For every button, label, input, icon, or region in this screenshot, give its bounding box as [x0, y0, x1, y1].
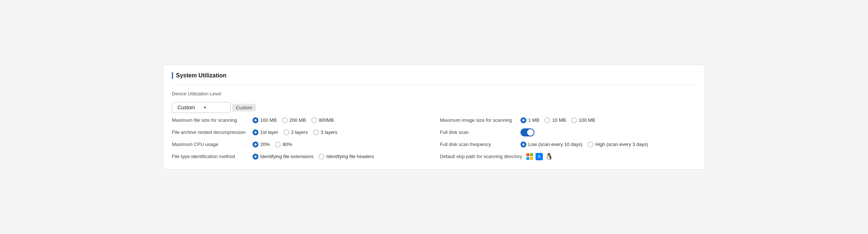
method-headers[interactable]: Identifying file headers	[319, 154, 374, 160]
max-image-size-options: 1 MB 10 MB 100 MB	[521, 117, 595, 123]
radio-unselected-icon	[319, 154, 324, 160]
radio-unselected-icon	[275, 142, 281, 147]
skip-path-label: Default skip path for scanning directory	[440, 154, 522, 159]
svg-rect-0	[526, 153, 529, 156]
file-type-method-options: Identifying file extensions Identifying …	[253, 154, 374, 160]
radio-selected-icon	[521, 117, 526, 123]
os-icons-group: A 🐧	[526, 153, 553, 161]
freq-high[interactable]: High (scan every 3 days)	[588, 142, 648, 147]
divider	[172, 85, 696, 85]
full-disk-freq-options: Low (scan every 10 days) High (scan ever…	[521, 142, 648, 147]
radio-unselected-icon	[588, 142, 593, 147]
linux-icon: 🐧	[545, 153, 553, 161]
max-file-size-label: Maximum file size for scanning	[172, 117, 249, 123]
archive-3-layers[interactable]: 3 layers	[313, 129, 338, 135]
chevron-down-icon: ▾	[204, 105, 206, 110]
device-level-label: Device Utilization Level	[172, 91, 696, 96]
max-image-size-row: Maximum image size for scanning 1 MB 10 …	[440, 117, 696, 123]
svg-rect-1	[530, 153, 533, 156]
cpu-80pct[interactable]: 80%	[275, 142, 292, 147]
radio-unselected-icon	[571, 117, 577, 123]
file-archive-label: File archive nested decompression	[172, 129, 249, 135]
file-archive-row: File archive nested decompression 1st la…	[172, 128, 428, 136]
file-size-200mb[interactable]: 200 MB	[282, 117, 306, 123]
full-disk-scan-toggle[interactable]	[521, 128, 534, 136]
full-disk-freq-label: Full disk scan frequency	[440, 142, 517, 147]
file-archive-options: 1st layer 2 layers 3 layers	[253, 129, 337, 135]
file-size-100mb[interactable]: 100 MB	[253, 117, 277, 123]
method-extensions[interactable]: Identifying file extensions	[253, 154, 313, 160]
section-title: System Utilization	[172, 72, 696, 79]
file-type-method-label: File type identification method	[172, 154, 249, 159]
toggle-thumb	[527, 129, 534, 136]
max-cpu-label: Maximum CPU usage	[172, 142, 249, 147]
radio-unselected-icon	[283, 129, 289, 135]
radio-selected-icon	[253, 142, 258, 147]
radio-selected-icon	[521, 142, 526, 147]
max-file-size-row: Maximum file size for scanning 100 MB 20…	[172, 117, 428, 123]
radio-unselected-icon	[311, 117, 317, 123]
device-level-dropdown[interactable]: Custom ▾	[172, 102, 231, 113]
archive-1st-layer[interactable]: 1st layer	[253, 129, 278, 135]
freq-low[interactable]: Low (scan every 10 days)	[521, 142, 582, 147]
radio-unselected-icon	[282, 117, 288, 123]
file-size-800mb[interactable]: 800MB	[311, 117, 334, 123]
radio-unselected-icon	[544, 117, 550, 123]
dropdown-value: Custom	[177, 105, 195, 110]
max-cpu-row: Maximum CPU usage 20% 80%	[172, 142, 428, 147]
image-size-1mb[interactable]: 1 MB	[521, 117, 539, 123]
svg-rect-2	[526, 157, 529, 160]
archive-2-layers[interactable]: 2 layers	[283, 129, 308, 135]
image-size-10mb[interactable]: 10 MB	[544, 117, 566, 123]
max-cpu-options: 20% 80%	[253, 142, 292, 147]
appstore-icon: A	[536, 153, 543, 160]
radio-selected-icon	[253, 129, 258, 135]
full-disk-scan-row: Full disk scan	[440, 128, 696, 136]
radio-selected-icon	[253, 117, 258, 123]
radio-unselected-icon	[313, 129, 319, 135]
file-type-method-row: File type identification method Identify…	[172, 153, 428, 161]
svg-rect-3	[530, 157, 533, 160]
full-disk-scan-label: Full disk scan	[440, 129, 517, 135]
max-file-size-options: 100 MB 200 MB 800MB	[253, 117, 334, 123]
windows-icon	[526, 153, 533, 160]
system-utilization-card: System Utilization Device Utilization Le…	[163, 65, 705, 170]
radio-selected-icon	[253, 154, 258, 160]
max-image-size-label: Maximum image size for scanning	[440, 117, 517, 123]
image-size-100mb[interactable]: 100 MB	[571, 117, 595, 123]
full-disk-freq-row: Full disk scan frequency Low (scan every…	[440, 142, 696, 147]
title-text: System Utilization	[176, 72, 227, 79]
settings-grid: Maximum file size for scanning 100 MB 20…	[172, 117, 696, 161]
skip-path-row: Default skip path for scanning directory…	[440, 153, 696, 161]
cpu-20pct[interactable]: 20%	[253, 142, 270, 147]
custom-badge: Custom	[232, 104, 256, 111]
